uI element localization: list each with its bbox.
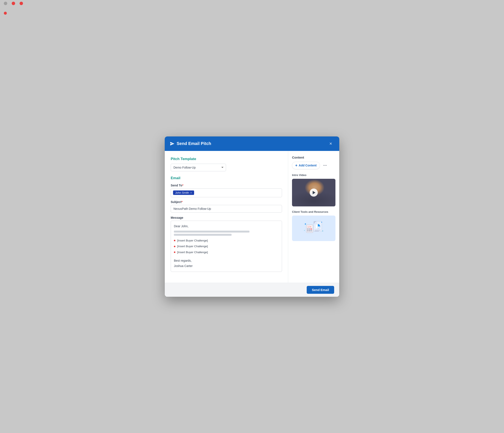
svg-rect-6 [315, 231, 319, 232]
message-line-2 [174, 234, 232, 236]
svg-rect-12 [311, 228, 312, 230]
svg-rect-10 [307, 228, 308, 230]
svg-point-1 [324, 165, 325, 165]
svg-text:✦: ✦ [304, 230, 305, 232]
content-panel-title: Content [292, 156, 335, 159]
left-panel: Pitch Template Demo Follow-Up Initial Ou… [165, 151, 288, 283]
svg-text:✦: ✦ [304, 222, 307, 226]
pitch-template-section: Pitch Template Demo Follow-Up Initial Ou… [171, 157, 282, 171]
play-button[interactable] [310, 189, 318, 197]
svg-point-2 [326, 165, 326, 165]
pitch-template-label: Pitch Template [171, 157, 282, 161]
bullet-dot [174, 246, 175, 247]
send-to-field-group: Send To* John Smith × [171, 184, 282, 197]
list-item: [Insert Buyer Challenge] [174, 250, 279, 255]
intro-video-label: Intro Video [292, 173, 335, 177]
plus-icon: + [295, 163, 297, 168]
message-line-1 [174, 231, 250, 233]
svg-text:1234: 1234 [307, 226, 311, 228]
message-field-group: Message Dear John, [Insert Buyer Challen… [171, 216, 282, 272]
modal-header-left: Send Email Pitch [170, 141, 211, 146]
sign-line-1: Best regards, [174, 258, 279, 263]
close-button[interactable]: × [327, 140, 334, 147]
svg-text:✦: ✦ [322, 230, 324, 233]
paper-plane-icon [170, 141, 175, 146]
intro-video-thumbnail[interactable] [292, 179, 335, 206]
recipient-name: John Smith [175, 191, 189, 194]
client-tools-thumbnail[interactable]: 1234 ✦ ✦ ✦ ✦ [292, 216, 335, 241]
message-lines [174, 231, 279, 236]
svg-rect-13 [307, 230, 308, 231]
message-box[interactable]: Dear John, [Insert Buyer Challenge] [Ins… [171, 221, 282, 272]
bullet-dot [174, 240, 175, 241]
svg-rect-11 [309, 228, 310, 230]
email-label: Email [171, 176, 282, 180]
modal-header: Send Email Pitch × [165, 137, 339, 151]
required-star: * [182, 184, 183, 187]
svg-rect-5 [315, 230, 321, 230]
client-tools-illustration: 1234 ✦ ✦ ✦ ✦ [302, 219, 325, 238]
email-section: Email [171, 176, 282, 180]
list-item: [Insert Buyer Challenge] [174, 244, 279, 249]
svg-rect-14 [309, 230, 310, 231]
play-triangle-icon [313, 191, 315, 194]
right-panel: Content + Add Content Intro Video [288, 151, 339, 283]
send-email-pitch-modal: Send Email Pitch × Pitch Template Demo F… [165, 137, 339, 297]
add-content-button[interactable]: + Add Content [292, 162, 320, 169]
client-tools-label: Client Tools and Resources [292, 210, 335, 213]
template-select[interactable]: Demo Follow-Up Initial Outreach Follow-U… [171, 164, 226, 171]
svg-text:✦: ✦ [321, 221, 323, 223]
send-to-field[interactable]: John Smith × [171, 188, 282, 197]
svg-point-0 [323, 165, 324, 165]
modal-title: Send Email Pitch [177, 141, 211, 146]
bullet-dot [174, 251, 175, 253]
sign-line-2: Joshua Carter [174, 263, 279, 269]
subject-required-star: * [181, 200, 183, 204]
send-to-label: Send To* [171, 184, 282, 187]
more-options-button[interactable] [322, 162, 328, 169]
svg-rect-15 [311, 230, 312, 231]
modal-body: Pitch Template Demo Follow-Up Initial Ou… [165, 151, 339, 283]
subject-label: Subject* [171, 200, 282, 204]
add-content-label: Add Content [299, 164, 317, 167]
modal-footer: Send Email [165, 283, 339, 297]
bullet-list: [Insert Buyer Challenge] [Insert Buyer C… [174, 238, 279, 255]
add-content-row: + Add Content [292, 162, 335, 169]
send-email-button[interactable]: Send Email [307, 286, 334, 294]
message-label: Message [171, 216, 282, 219]
message-signature: Best regards, Joshua Carter [174, 258, 279, 269]
subject-field-group: Subject* [171, 200, 282, 213]
message-greeting: Dear John, [174, 224, 279, 228]
list-item: [Insert Buyer Challenge] [174, 238, 279, 243]
recipient-tag[interactable]: John Smith × [173, 191, 194, 195]
tag-remove-icon[interactable]: × [190, 191, 192, 194]
subject-input[interactable] [171, 205, 282, 213]
